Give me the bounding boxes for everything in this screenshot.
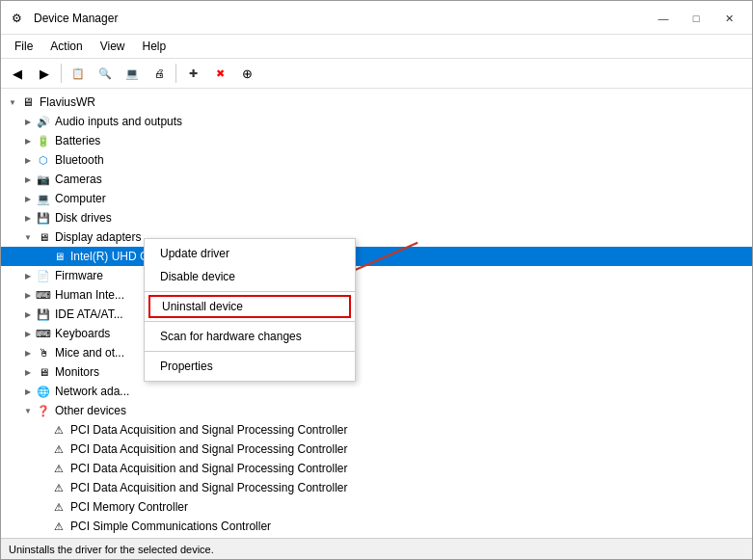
tree-item-displayadapters[interactable]: ▼ 🖥 Display adapters — [1, 227, 752, 247]
expander-network: ▶ — [20, 384, 36, 399]
tree-item-bluetooth[interactable]: ▶ ⬡ Bluetooth — [1, 150, 752, 170]
network-label: Network ada... — [55, 385, 129, 398]
tb-print[interactable]: 🖨 — [147, 62, 172, 85]
tree-item-smbus[interactable]: ⚠ SM Bus Controller — [1, 536, 752, 538]
mice-icon: 🖱 — [36, 345, 51, 360]
audio-icon: 🔊 — [36, 114, 51, 129]
pcimem-icon: ⚠ — [51, 499, 67, 515]
expander-batteries: ▶ — [20, 133, 36, 148]
tree-item-audio[interactable]: ▶ 🔊 Audio inputs and outputs — [1, 112, 752, 131]
expander-displayadapters: ▼ — [20, 229, 36, 245]
batteries-icon: 🔋 — [36, 133, 51, 148]
close-button[interactable]: ✕ — [713, 7, 744, 30]
menu-view[interactable]: View — [93, 37, 133, 56]
menu-help[interactable]: Help — [135, 37, 175, 56]
ctx-sep-2 — [145, 321, 355, 322]
tree-item-pci4[interactable]: ⚠ PCI Data Acquisition and Signal Proces… — [1, 478, 752, 497]
tree-item-keyboards[interactable]: ▶ ⌨ Keyboards — [1, 324, 752, 343]
ctx-update-driver[interactable]: Update driver — [145, 242, 355, 265]
window-title: Device Manager — [34, 12, 118, 25]
ctx-sep-3 — [145, 351, 355, 352]
bluetooth-label: Bluetooth — [55, 153, 104, 167]
toolbar-sep-1 — [61, 64, 62, 83]
tree-item-batteries[interactable]: ▶ 🔋 Batteries — [1, 131, 752, 150]
content-area: ▼ 🖥 FlaviusWR ▶ 🔊 Audio inputs and outpu… — [1, 89, 752, 538]
pcimem-label: PCI Memory Controller — [70, 500, 188, 514]
menu-file[interactable]: File — [7, 37, 40, 56]
diskdrives-icon: 💾 — [36, 210, 51, 226]
tree-item-hid[interactable]: ▶ ⌨ Human Inte... — [1, 285, 752, 305]
tree-item-monitors[interactable]: ▶ 🖥 Monitors — [1, 362, 752, 382]
tb-scan[interactable]: 🔍 — [93, 62, 118, 85]
batteries-label: Batteries — [55, 134, 100, 147]
ide-icon: 💾 — [36, 307, 51, 322]
intel-icon: 🖥 — [51, 249, 67, 264]
expander-mice: ▶ — [20, 345, 36, 360]
expander-computer: ▶ — [20, 191, 36, 206]
displayadapters-label: Display adapters — [55, 230, 141, 244]
other-label: Other devices — [55, 404, 126, 417]
tree-item-pcimem[interactable]: ⚠ PCI Memory Controller — [1, 497, 752, 517]
tree-item-pci2[interactable]: ⚠ PCI Data Acquisition and Signal Proces… — [1, 440, 752, 459]
title-bar-controls: — □ ✕ — [648, 7, 744, 30]
ctx-properties[interactable]: Properties — [145, 355, 355, 378]
tree-item-network[interactable]: ▶ 🌐 Network ada... — [1, 382, 752, 401]
ctx-scan-hardware[interactable]: Scan for hardware changes — [145, 325, 355, 348]
tree-item-ide[interactable]: ▶ 💾 IDE ATA/AT... — [1, 305, 752, 324]
tree-item-cameras[interactable]: ▶ 📷 Cameras — [1, 170, 752, 189]
audio-label: Audio inputs and outputs — [55, 115, 182, 128]
pci2-icon: ⚠ — [51, 441, 67, 457]
tree-item-pci3[interactable]: ⚠ PCI Data Acquisition and Signal Proces… — [1, 459, 752, 478]
tree-item-intel-uhd[interactable]: 🖥 Intel(R) UHD Graphics 630 — [1, 247, 752, 266]
displayadapters-icon: 🖥 — [36, 229, 51, 245]
title-bar: ⚙ Device Manager — □ ✕ — [1, 1, 752, 35]
maximize-button[interactable]: □ — [681, 7, 712, 30]
tb-back[interactable]: ◀ — [5, 62, 30, 85]
pci1-icon: ⚠ — [51, 422, 67, 438]
mice-label: Mice and ot... — [55, 346, 124, 360]
tree-item-pci1[interactable]: ⚠ PCI Data Acquisition and Signal Proces… — [1, 420, 752, 440]
expander-bluetooth: ▶ — [20, 152, 36, 168]
toolbar: ◀ ▶ 📋 🔍 💻 🖨 ✚ ✖ ⊕ — [1, 59, 752, 89]
computer-label: Computer — [55, 192, 106, 205]
expander-diskdrives: ▶ — [20, 210, 36, 226]
tree-item-computer[interactable]: ▶ 💻 Computer — [1, 189, 752, 208]
pci4-label: PCI Data Acquisition and Signal Processi… — [70, 481, 347, 494]
device-manager-window: ⚙ Device Manager — □ ✕ File Action View … — [0, 0, 753, 560]
expander-audio: ▶ — [20, 114, 36, 129]
network-icon: 🌐 — [36, 384, 51, 399]
tree-item-diskdrives[interactable]: ▶ 💾 Disk drives — [1, 208, 752, 227]
hid-label: Human Inte... — [55, 288, 124, 302]
root-icon: 🖥 — [20, 94, 36, 110]
firmware-label: Firmware — [55, 269, 103, 282]
expander-monitors: ▶ — [20, 364, 36, 380]
menu-bar: File Action View Help — [1, 35, 752, 59]
tree-item-pcisimple[interactable]: ⚠ PCI Simple Communications Controller — [1, 517, 752, 536]
firmware-icon: 📄 — [36, 268, 51, 283]
tb-refresh[interactable]: ⊕ — [234, 62, 259, 85]
monitors-label: Monitors — [55, 365, 99, 379]
tb-forward[interactable]: ▶ — [32, 62, 57, 85]
tree-item-mice[interactable]: ▶ 🖱 Mice and ot... — [1, 343, 752, 362]
expander-hid: ▶ — [20, 287, 36, 303]
keyboards-icon: ⌨ — [36, 326, 51, 341]
ctx-disable-device[interactable]: Disable device — [145, 265, 355, 288]
diskdrives-label: Disk drives — [55, 211, 112, 225]
tb-remove[interactable]: ✖ — [207, 62, 232, 85]
pci3-label: PCI Data Acquisition and Signal Processi… — [70, 462, 347, 475]
tree-root[interactable]: ▼ 🖥 FlaviusWR — [1, 93, 752, 112]
minimize-button[interactable]: — — [648, 7, 679, 30]
tb-properties[interactable]: 📋 — [66, 62, 91, 85]
tb-device-mgr[interactable]: 💻 — [120, 62, 145, 85]
pcisimple-label: PCI Simple Communications Controller — [70, 520, 271, 533]
other-icon: ❓ — [36, 403, 51, 418]
tb-add[interactable]: ✚ — [180, 62, 205, 85]
tree-view[interactable]: ▼ 🖥 FlaviusWR ▶ 🔊 Audio inputs and outpu… — [1, 89, 752, 538]
expander-keyboards: ▶ — [20, 326, 36, 341]
toolbar-sep-2 — [175, 64, 176, 83]
tree-item-firmware[interactable]: ▶ 📄 Firmware — [1, 266, 752, 285]
cameras-icon: 📷 — [36, 172, 51, 187]
ctx-uninstall-device[interactable]: Uninstall device — [148, 295, 351, 318]
menu-action[interactable]: Action — [42, 37, 90, 56]
tree-item-other[interactable]: ▼ ❓ Other devices — [1, 401, 752, 420]
